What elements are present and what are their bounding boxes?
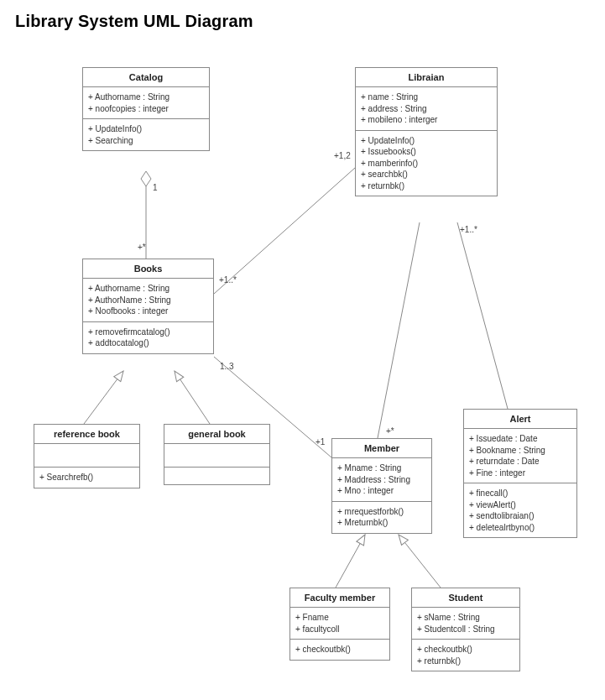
class-librarian-attrs: + name : String + address : String + mob… <box>356 87 497 131</box>
attr-row: + Authorname : String <box>88 283 208 295</box>
class-alert: Alert + Issuedate : Date + Bookname : St… <box>463 409 577 538</box>
attr-row: + Issuedate : Date <box>469 433 571 445</box>
op-row: + viewAlert() <box>469 499 571 511</box>
class-student-name: Student <box>412 588 519 608</box>
class-member-name: Member <box>332 439 431 458</box>
op-row: + UpdateInfo() <box>361 135 492 147</box>
mult-books-lib-one: +1..* <box>219 275 237 285</box>
mult-books-member-one: 1..3 <box>220 362 234 371</box>
class-catalog: Catalog + Authorname : String + noofcopi… <box>82 67 210 151</box>
op-row: + searchbk() <box>361 169 492 180</box>
svg-line-8 <box>399 535 441 588</box>
class-student-ops: + checkoutbk() + returnbk() <box>412 640 519 671</box>
mult-books-star: +* <box>138 243 146 252</box>
attr-row: + name : String <box>361 91 492 103</box>
op-row: + deletealrtbyno() <box>469 522 571 534</box>
class-alert-name: Alert <box>464 410 576 429</box>
class-faculty-member-ops: + checkoutbk() <box>290 640 389 660</box>
class-books: Books + Authorname : String + AuthorName… <box>82 259 214 354</box>
mult-catalog-one: 1 <box>153 183 158 192</box>
op-row: + returnbk() <box>361 180 492 192</box>
class-faculty-member: Faculty member + Fname + facultycoll + c… <box>289 588 390 661</box>
mult-books-lib-two: +1,2 <box>334 151 351 160</box>
attr-row: + facultycoll <box>295 624 384 635</box>
attr-row: + sName : String <box>417 612 514 624</box>
op-row: + checkoutbk() <box>295 644 384 656</box>
class-catalog-attrs: + Authorname : String + noofcopies : int… <box>83 87 209 119</box>
class-member: Member + Mname : String + Maddress : Str… <box>331 438 432 534</box>
class-faculty-member-attrs: + Fname + facultycoll <box>290 608 389 640</box>
svg-line-7 <box>336 535 365 588</box>
class-student: Student + sName : String + Studentcoll :… <box>411 588 520 671</box>
op-row: + mrequestforbk() <box>337 506 426 518</box>
svg-line-3 <box>84 371 123 424</box>
class-member-ops: + mrequestforbk() + Mreturnbk() <box>332 502 431 533</box>
mult-lib-member: +* <box>386 426 394 436</box>
class-catalog-ops: + UpdateInfo() + Searching <box>83 119 209 150</box>
class-librarian: Libraian + name : String + address : Str… <box>355 67 498 196</box>
op-row: + Issuebooks() <box>361 146 492 158</box>
class-books-name: Books <box>83 259 213 279</box>
class-books-attrs: + Authorname : String + AuthorName : Str… <box>83 279 213 322</box>
attr-row: + Studentcoll : String <box>417 624 514 635</box>
attr-row: + address : String <box>361 103 492 115</box>
class-alert-attrs: + Issuedate : Date + Bookname : String +… <box>464 429 576 483</box>
attr-row: + AuthorName : String <box>88 295 208 306</box>
op-row: + returnbk() <box>417 656 514 667</box>
attr-row: + Fine : integer <box>469 468 571 479</box>
op-row: + addtocatalog() <box>88 337 208 349</box>
attr-row: + Authorname : String <box>88 91 204 103</box>
svg-line-4 <box>175 371 210 424</box>
op-row: + UpdateInfo() <box>88 123 204 135</box>
class-member-attrs: + Mname : String + Maddress : String + M… <box>332 458 431 502</box>
op-row: + Searching <box>88 135 204 147</box>
op-row: + Searchrefb() <box>39 472 134 483</box>
class-librarian-name: Libraian <box>356 68 497 87</box>
op-row: + sendtolibraian() <box>469 510 571 522</box>
attr-row: + Bookname : String <box>469 445 571 457</box>
class-catalog-name: Catalog <box>83 68 209 87</box>
op-row: + Mreturnbk() <box>337 517 426 529</box>
attr-row: + Mno : integer <box>337 485 426 497</box>
class-alert-ops: + finecall() + viewAlert() + sendtolibra… <box>464 483 576 537</box>
class-general-book-name: general book <box>164 425 269 444</box>
class-student-attrs: + sName : String + Studentcoll : String <box>412 608 519 640</box>
attr-row: + Mname : String <box>337 462 426 474</box>
op-row: + checkoutbk() <box>417 644 514 656</box>
op-row: + removefirmcatalog() <box>88 326 208 338</box>
svg-line-6 <box>457 222 508 409</box>
attr-row: + Noofbooks : integer <box>88 306 208 317</box>
mult-books-member-two: +1 <box>316 437 325 447</box>
mult-lib-alert: +1..* <box>460 225 477 234</box>
attr-row: + noofcopies : integer <box>88 103 204 115</box>
class-reference-book: reference book + Searchrefb() <box>34 424 140 488</box>
attr-row: + Fname <box>295 612 384 624</box>
page-title: Library System UML Diagram <box>15 12 253 31</box>
svg-line-5 <box>378 222 420 438</box>
class-faculty-member-name: Faculty member <box>290 588 389 608</box>
class-general-book-attrs <box>164 444 269 468</box>
class-general-book: general book <box>164 424 270 485</box>
attr-row: + Maddress : String <box>337 474 426 486</box>
class-reference-book-ops: + Searchrefb() <box>34 468 139 488</box>
op-row: + mamberinfo() <box>361 158 492 170</box>
op-row: + finecall() <box>469 488 571 499</box>
attr-row: + mobileno : interger <box>361 114 492 126</box>
class-reference-book-name: reference book <box>34 425 139 444</box>
attr-row: + returndate : Date <box>469 456 571 468</box>
class-general-book-ops <box>164 468 269 484</box>
class-books-ops: + removefirmcatalog() + addtocatalog() <box>83 322 213 353</box>
class-librarian-ops: + UpdateInfo() + Issuebooks() + mamberin… <box>356 131 497 196</box>
class-reference-book-attrs <box>34 444 139 468</box>
